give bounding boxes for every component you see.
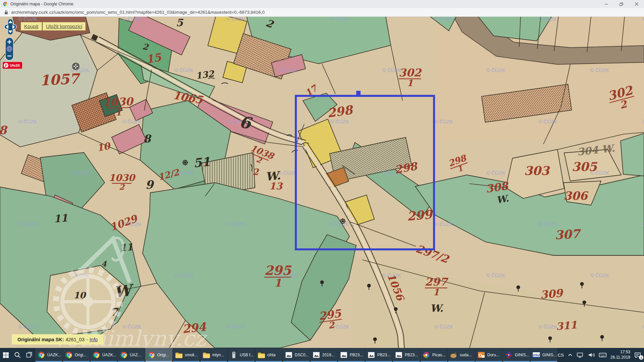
svg-text:2: 2 <box>119 182 125 191</box>
window-titlebar: Originální mapa - Google Chrome <box>0 0 644 8</box>
taskbar-item-chrome[interactable]: Origi... <box>63 348 90 362</box>
svg-text:15: 15 <box>145 51 163 66</box>
cadastral-map[interactable]: © ČÚZK© ČÚZK© ČÚZK© ČÚZK© ČÚZK© ČÚZK© ČÚ… <box>0 16 644 348</box>
zoom-control[interactable] <box>5 37 14 61</box>
svg-text:11: 11 <box>53 212 68 225</box>
svg-text:© ČÚZK: © ČÚZK <box>434 324 453 329</box>
taskbar-item-chrome[interactable]: ÚAZK... <box>90 348 117 362</box>
image-icon <box>312 351 321 359</box>
info-link[interactable]: Info <box>90 337 98 342</box>
close-icon[interactable] <box>629 0 644 8</box>
taskbar-item-label: GINIS... <box>515 353 529 357</box>
taskbar-item-image[interactable]: 2019... <box>310 348 337 362</box>
taskbar-item-label: PB23... <box>350 353 363 357</box>
taskbar-item-image[interactable]: PB23... <box>338 348 365 362</box>
taskbar-item-label: Picas... <box>432 353 445 357</box>
svg-text:© ČÚZK: © ČÚZK <box>278 170 297 176</box>
task-view-button[interactable] <box>23 348 35 362</box>
clock[interactable]: 17:53 26.11.2019 <box>610 350 630 360</box>
chrome-icon <box>147 351 156 359</box>
svg-text:© ČÚZK: © ČÚZK <box>174 67 193 73</box>
svg-text:1057: 1057 <box>40 70 81 89</box>
picasa-icon <box>422 351 431 359</box>
usu-icon: USU <box>532 351 541 359</box>
svg-text:5: 5 <box>176 17 184 28</box>
taskbar-item-label: ÚAZK... <box>47 353 61 357</box>
taskbar-item-label: smoli... <box>185 353 198 357</box>
chrome-icon <box>119 351 128 359</box>
taskbar-item-outlook[interactable]: ODoru... <box>475 348 502 362</box>
svg-text:4: 4 <box>101 259 107 268</box>
svg-text:© ČÚZK: © ČÚZK <box>278 67 297 73</box>
taskbar-item-label: DSC0... <box>295 353 309 357</box>
taskbar-item-ginis[interactable]: GINIS... <box>503 348 530 362</box>
taskbar-item-folder[interactable]: smoli... <box>173 348 200 362</box>
lock-icon <box>4 10 8 15</box>
taskbar-item-image[interactable]: PB23... <box>365 348 392 362</box>
buy-button[interactable]: Koupit <box>21 22 42 31</box>
svg-text:305: 305 <box>572 160 597 174</box>
svg-text:306: 306 <box>564 189 589 202</box>
address-bar[interactable]: archivnimapy.cuzk.cz/uazk/omc/omc_pom/om… <box>0 8 644 17</box>
svg-text:© ČÚZK: © ČÚZK <box>330 16 349 22</box>
svg-text:© ČÚZK: © ČÚZK <box>122 119 141 124</box>
svg-text:© ČÚZK: © ČÚZK <box>642 221 644 227</box>
taskbar-item-usu[interactable]: USUGINIS... <box>530 348 557 362</box>
svg-text:© ČÚZK: © ČÚZK <box>330 119 349 124</box>
image-icon <box>367 351 376 359</box>
folder-icon <box>257 351 266 359</box>
taskbar-item-picasa[interactable]: Picas... <box>420 348 447 362</box>
taskbar-item-chrome[interactable]: ÚAZ... <box>118 348 145 362</box>
taskbar-item-label: GINIS... <box>542 353 556 357</box>
taskbar-item-label: ÚAZK... <box>102 353 116 357</box>
taskbar-item-image[interactable]: DSC0... <box>283 348 310 362</box>
pinterest-save-button[interactable]: P Uložit <box>3 62 22 69</box>
minimize-button[interactable] <box>599 0 614 8</box>
taskbar-item-label: PB23... <box>405 353 418 357</box>
svg-text:297: 297 <box>425 276 449 288</box>
action-center-icon[interactable]: 1 <box>634 352 641 358</box>
outlook-icon: O <box>477 351 486 359</box>
start-button[interactable] <box>0 348 12 362</box>
image-icon <box>284 351 293 359</box>
svg-text:© ČÚZK: © ČÚZK <box>486 170 505 176</box>
search-button[interactable] <box>12 348 23 362</box>
svg-text:© ČÚZK: © ČÚZK <box>538 221 557 227</box>
taskbar-item-label: suda... <box>460 353 472 357</box>
taskbar-item-chrome[interactable]: ÚAZK... <box>35 348 62 362</box>
taskbar-item-folder[interactable]: mlyn... <box>200 348 227 362</box>
svg-text:© ČÚZK: © ČÚZK <box>434 16 453 22</box>
chevron-up-icon[interactable] <box>568 352 573 358</box>
save-composition-button[interactable]: Uložit kompozici <box>43 22 86 31</box>
taskbar-item-label: ÚAZ... <box>130 353 141 357</box>
svg-text:© ČÚZK: © ČÚZK <box>434 119 453 124</box>
taskbar-item-label: Origi... <box>157 353 169 357</box>
taskbar-item-palette[interactable]: suda... <box>448 348 475 362</box>
svg-text:© ČÚZK: © ČÚZK <box>538 324 557 329</box>
svg-text:8: 8 <box>143 132 152 145</box>
svg-text:1: 1 <box>407 78 413 88</box>
svg-text:© ČÚZK: © ČÚZK <box>18 324 37 329</box>
ginis-icon <box>504 351 513 359</box>
svg-text:W.: W. <box>430 302 443 314</box>
volume-icon[interactable] <box>588 352 595 358</box>
svg-text:© ČÚZK: © ČÚZK <box>642 119 644 124</box>
svg-text:© ČÚZK: © ČÚZK <box>538 16 557 22</box>
image-icon <box>394 351 403 359</box>
svg-text:© ČÚZK: © ČÚZK <box>642 16 644 22</box>
taskbar-item-usb[interactable]: USB f... <box>228 348 255 362</box>
taskbar-item-folder[interactable]: cihla <box>255 348 282 362</box>
keyboard-icon[interactable] <box>599 352 607 358</box>
taskbar-item-chrome[interactable]: Origi... <box>145 348 172 362</box>
svg-text:© ČÚZK: © ČÚZK <box>486 273 505 278</box>
svg-text:O: O <box>479 353 482 358</box>
usb-icon <box>229 351 238 359</box>
network-icon[interactable] <box>577 352 584 358</box>
language-indicator[interactable]: CS <box>558 353 564 358</box>
map-viewport[interactable]: © ČÚZK© ČÚZK© ČÚZK© ČÚZK© ČÚZK© ČÚZK© ČÚ… <box>0 16 644 348</box>
pan-control[interactable] <box>3 18 18 36</box>
taskbar-item-image[interactable]: PB23... <box>393 348 420 362</box>
svg-text:1: 1 <box>115 107 121 118</box>
restore-button[interactable] <box>614 0 629 8</box>
chrome-favicon-icon <box>3 1 8 7</box>
